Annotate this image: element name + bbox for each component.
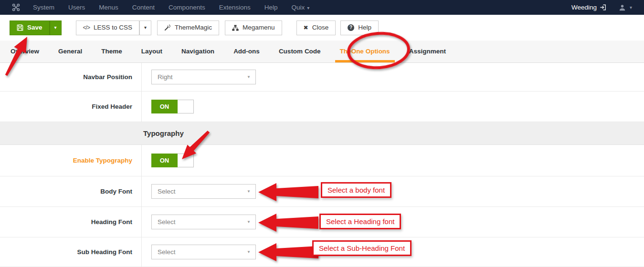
megamenu-button[interactable]: Megamenu [225, 21, 282, 35]
joomla-logo-glyph [12, 3, 20, 11]
floppy-save-icon [17, 24, 23, 31]
toolbar: Save ▾ </> LESS to CSS ▾ ThemeMagic [0, 15, 644, 41]
thememagic-label: ThemeMagic [175, 24, 212, 31]
sub-heading-font-label: Sub Heading Font [77, 248, 133, 256]
chevron-down-icon: ▼ [247, 250, 251, 254]
tab-theone-options[interactable]: TheOne Options [330, 41, 400, 62]
label-col: Body Font [0, 176, 142, 206]
sub-heading-font-select[interactable]: Select ▼ [151, 245, 256, 259]
navbar-position-value: Right [158, 73, 173, 81]
heading-font-label: Heading Font [91, 218, 132, 226]
menu-users[interactable]: Users [68, 4, 85, 11]
body-font-label: Body Font [100, 188, 132, 195]
toggle-off-state [178, 100, 194, 113]
control-col: Right ▼ [142, 63, 644, 91]
annotation-label-heading-font: Select a Heading font [319, 214, 401, 229]
user-name: Weeding [571, 4, 597, 11]
toggle-on-state: ON [151, 154, 178, 167]
sitemap-icon [232, 25, 239, 31]
help-circle-icon: ? [348, 24, 354, 31]
tab-add-ons[interactable]: Add-ons [224, 41, 269, 62]
tab-assignment[interactable]: Assignment [400, 41, 455, 62]
tab-layout[interactable]: Layout [132, 41, 172, 62]
menu-quix[interactable]: Quix▾ [291, 4, 309, 11]
chevron-down-icon: ▼ [247, 220, 251, 224]
menu-components[interactable]: Components [169, 4, 205, 11]
enable-typography-toggle[interactable]: ON [151, 154, 194, 167]
control-col: ON [142, 92, 644, 122]
less-to-css-dropdown-toggle[interactable]: ▾ [139, 21, 151, 35]
tab-theme[interactable]: Theme [92, 41, 132, 62]
save-button[interactable]: Save [10, 21, 50, 35]
user-menu[interactable]: ▾ [619, 4, 632, 11]
toggle-on-state: ON [151, 100, 178, 113]
heading-font-value: Select [158, 218, 176, 226]
menu-system[interactable]: System [33, 4, 54, 11]
close-button[interactable]: ✖ Close [296, 21, 336, 35]
tab-overview[interactable]: Overview [1, 41, 49, 62]
chevron-down-icon: ▼ [247, 189, 251, 194]
chevron-down-icon: ▾ [144, 25, 147, 30]
enable-typography-label: Enable Typography [73, 157, 132, 164]
tab-navigation[interactable]: Navigation [172, 41, 224, 62]
label-col: Enable Typography [0, 145, 142, 176]
less-to-css-button[interactable]: </> LESS to CSS [76, 21, 139, 35]
topbar-right: Weeding ▾ [571, 4, 632, 11]
tab-general[interactable]: General [49, 41, 92, 62]
help-label: Help [358, 24, 371, 31]
chevron-down-icon: ▾ [54, 25, 57, 30]
heading-font-select[interactable]: Select ▼ [151, 215, 256, 229]
form-row-fixed-header: Fixed Header ON [0, 92, 644, 122]
menu-help[interactable]: Help [264, 4, 278, 11]
body-font-select[interactable]: Select ▼ [151, 184, 256, 199]
tab-bar: Overview General Theme Layout Navigation… [0, 41, 644, 63]
body-font-value: Select [158, 188, 176, 195]
label-col: Sub Heading Font [0, 237, 142, 267]
control-col: Select ▼ [142, 176, 644, 206]
settings-form: Navbar Position Right ▼ Fixed Header ON … [0, 63, 644, 267]
sub-heading-font-value: Select [158, 248, 176, 256]
label-col: Heading Font [0, 207, 142, 237]
menu-menus[interactable]: Menus [99, 4, 118, 11]
menu-extensions[interactable]: Extensions [219, 4, 251, 11]
fixed-header-toggle[interactable]: ON [151, 100, 194, 113]
joomla-logo-icon[interactable] [12, 3, 20, 11]
annotation-label-sub-heading-font: Select a Sub-Heading Font [312, 240, 412, 256]
close-x-icon: ✖ [304, 25, 308, 31]
sign-out-icon [600, 4, 606, 10]
label-col: Navbar Position [0, 63, 142, 91]
chevron-down-icon: ▾ [630, 5, 632, 10]
save-dropdown-toggle[interactable]: ▾ [50, 21, 62, 35]
typography-section-header: Typography [0, 122, 644, 145]
toggle-off-state [178, 154, 194, 167]
form-row-navbar-position: Navbar Position Right ▼ [0, 63, 644, 92]
form-row-enable-typography: Enable Typography ON [0, 145, 644, 176]
magic-wand-icon [164, 24, 171, 31]
typography-section-title: Typography [143, 129, 184, 137]
save-button-group: Save ▾ [10, 21, 62, 35]
admin-topbar: System Users Menus Content Components Ex… [0, 0, 644, 15]
less-to-css-button-group: </> LESS to CSS ▾ [76, 21, 151, 35]
chevron-down-icon: ▼ [247, 75, 251, 79]
user-name-link[interactable]: Weeding [571, 4, 606, 11]
code-icon: </> [83, 25, 90, 31]
user-icon [619, 4, 626, 11]
chevron-down-icon: ▾ [307, 5, 309, 10]
annotation-label-body-font: Select a body font [321, 182, 391, 198]
label-col: Fixed Header [0, 92, 142, 122]
close-label: Close [312, 24, 329, 31]
menu-quix-label: Quix [291, 4, 305, 11]
thememagic-button[interactable]: ThemeMagic [157, 21, 219, 35]
less-to-css-label: LESS to CSS [94, 24, 132, 31]
fixed-header-label: Fixed Header [92, 103, 132, 110]
control-col: ON [142, 145, 644, 176]
tab-custom-code[interactable]: Custom Code [269, 41, 330, 62]
menu-content[interactable]: Content [132, 4, 155, 11]
admin-menu: System Users Menus Content Components Ex… [33, 4, 323, 11]
help-button[interactable]: ? Help [340, 21, 379, 35]
megamenu-label: Megamenu [243, 24, 275, 31]
navbar-position-select[interactable]: Right ▼ [151, 70, 256, 84]
navbar-position-label: Navbar Position [83, 73, 132, 81]
save-label: Save [27, 24, 42, 31]
